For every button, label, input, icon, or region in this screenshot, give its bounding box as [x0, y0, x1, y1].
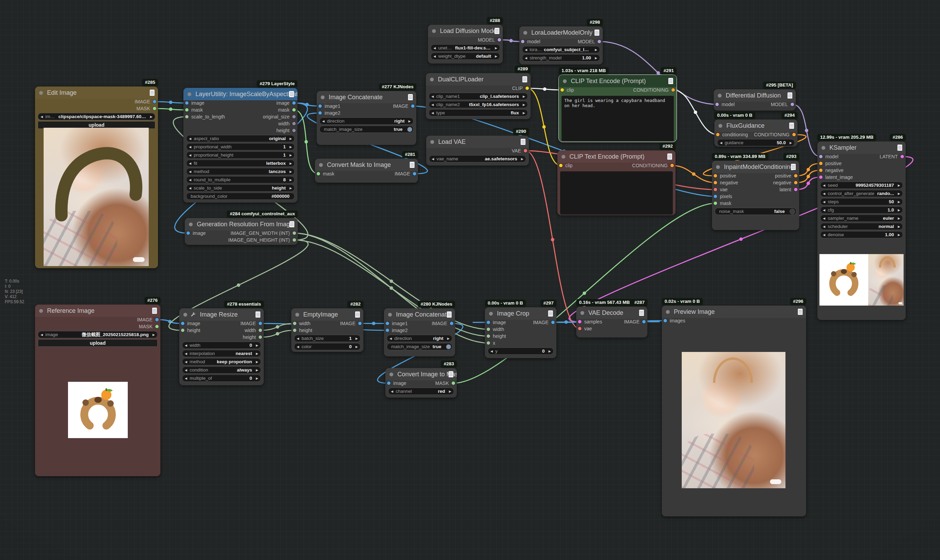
increment-arrow-icon[interactable]: ▶ [895, 217, 903, 220]
increment-arrow-icon[interactable]: ▶ [287, 154, 294, 157]
node-reference-image[interactable]: Reference ImageIMAGEMASK◀image微信截图_20250… [35, 305, 160, 476]
widget-sampler-name[interactable]: ◀sampler_nameeuler▶ [820, 215, 903, 222]
decrement-arrow-icon[interactable]: ◀ [320, 120, 327, 123]
input-port-mask[interactable]: mask [317, 171, 334, 177]
node-graph-canvas[interactable]: Edit ImageIMAGEMASK◀imageclipspace/clips… [0, 0, 940, 560]
document-icon[interactable] [798, 309, 803, 315]
collapse-dot-icon[interactable] [430, 78, 434, 82]
node-header[interactable]: Edit Image [35, 86, 158, 99]
document-icon[interactable] [255, 311, 260, 318]
link-midpoint-dot[interactable] [807, 182, 810, 185]
port-dot[interactable] [292, 108, 296, 112]
increment-arrow-icon[interactable]: ▶ [492, 55, 500, 58]
node-image-resize[interactable]: Image ResizeimageheightIMAGEwidthheight◀… [179, 308, 264, 385]
output-port-positive[interactable]: positive [775, 173, 797, 179]
input-port-vae[interactable]: vae [714, 186, 728, 192]
increment-arrow-icon[interactable]: ▶ [520, 111, 528, 115]
document-icon[interactable] [408, 94, 413, 100]
output-port-mask[interactable]: MASK [139, 323, 158, 329]
port-dot[interactable] [715, 103, 719, 106]
port-dot[interactable] [551, 321, 555, 324]
decrement-arrow-icon[interactable]: ◀ [820, 233, 828, 237]
widget-cfg[interactable]: ◀cfg1.0▶ [820, 206, 903, 214]
node-header[interactable]: LoraLoaderModelOnly [519, 26, 603, 39]
decrement-arrow-icon[interactable]: ◀ [820, 200, 828, 204]
output-port-negative[interactable]: negative [773, 180, 797, 186]
port-dot[interactable] [671, 164, 674, 167]
port-dot[interactable] [794, 181, 797, 185]
decrement-arrow-icon[interactable]: ◀ [387, 337, 394, 340]
port-dot[interactable] [578, 327, 582, 330]
collapse-dot-icon[interactable] [580, 311, 584, 315]
input-port-scale-to-length[interactable]: scale_to_length [185, 114, 225, 120]
node-edit-image[interactable]: Edit ImageIMAGEMASK◀imageclipspace/clips… [35, 86, 158, 268]
port-dot[interactable] [292, 101, 296, 105]
output-port-width[interactable]: width [245, 327, 262, 333]
port-dot[interactable] [153, 100, 156, 103]
input-port-images[interactable]: images [663, 318, 685, 324]
output-port-image[interactable]: image [277, 100, 296, 106]
port-dot[interactable] [794, 188, 797, 191]
port-dot[interactable] [186, 231, 190, 235]
widget-image[interactable]: ◀image微信截图_20250215225818.png▶ [38, 331, 158, 338]
port-dot[interactable] [578, 320, 582, 323]
document-icon[interactable] [789, 123, 794, 129]
collapse-dot-icon[interactable] [188, 92, 191, 96]
port-dot[interactable] [487, 334, 490, 338]
output-port-image[interactable]: IMAGE [137, 317, 158, 323]
input-port-positive[interactable]: positive [819, 160, 842, 166]
output-port-mask[interactable]: mask [278, 107, 296, 113]
port-dot[interactable] [792, 133, 796, 136]
port-dot[interactable] [318, 105, 322, 108]
output-port-image[interactable]: IMAGE [432, 320, 453, 326]
input-port-height[interactable]: height [181, 327, 200, 333]
output-port-conditioning[interactable]: CONDITIONING [632, 162, 674, 169]
output-port-image-gen-height-int[interactable]: IMAGE_GEN_HEIGHT (INT) [228, 237, 296, 243]
node-convert-image-to-mask[interactable]: Convert Image to MaskimageMASK◀channelre… [385, 368, 457, 398]
widget-strength-model[interactable]: ◀strength_model1.00▶ [522, 54, 600, 62]
increment-arrow-icon[interactable]: ▶ [492, 46, 500, 50]
node-inpaintmodelconditioning[interactable]: InpaintModelConditioningpositivenegative… [712, 161, 799, 230]
port-dot[interactable] [819, 155, 823, 158]
node-image-crop[interactable]: Image CropimagewidthheightxIMAGE◀y0▶ [485, 307, 556, 358]
node-ksampler[interactable]: KSamplermodelpositivenegativelatent_imag… [817, 142, 906, 320]
output-port-height[interactable]: height [277, 128, 296, 134]
link-midpoint-dot[interactable] [305, 140, 308, 143]
document-icon[interactable] [355, 311, 360, 318]
output-port-conditioning[interactable]: CONDITIONING [633, 87, 675, 93]
port-dot[interactable] [819, 175, 823, 179]
node-load-vae[interactable]: Load VAEVAE◀vae_nameae.safetensors▶ [426, 135, 529, 166]
decrement-arrow-icon[interactable]: ◀ [38, 333, 45, 337]
widget-interpolation[interactable]: ◀interpolationnearest▶ [182, 350, 261, 357]
port-dot[interactable] [293, 322, 296, 325]
decrement-arrow-icon[interactable]: ◀ [186, 162, 194, 165]
input-port-image1[interactable]: image1 [386, 320, 408, 326]
port-dot[interactable] [560, 88, 564, 92]
input-port-negative[interactable]: negative [714, 180, 738, 186]
document-icon[interactable] [289, 91, 294, 97]
port-dot[interactable] [525, 86, 529, 90]
decrement-arrow-icon[interactable]: ◀ [431, 46, 438, 50]
port-dot[interactable] [155, 318, 158, 322]
collapse-dot-icon[interactable] [389, 372, 393, 376]
decrement-arrow-icon[interactable]: ◀ [186, 145, 194, 149]
port-dot[interactable] [258, 322, 262, 325]
increment-arrow-icon[interactable]: ▶ [445, 337, 452, 340]
widget-steps[interactable]: ◀steps50▶ [820, 198, 903, 205]
widget-proportional-width[interactable]: ◀proportional_width1▶ [186, 143, 295, 151]
node-header[interactable]: CLIP Text Encode (Prompt) [559, 75, 677, 87]
port-dot[interactable] [185, 108, 189, 112]
input-port-model[interactable]: model [521, 38, 540, 45]
document-icon[interactable] [594, 29, 599, 36]
link-midpoint-dot[interactable] [276, 325, 279, 329]
document-icon[interactable] [548, 311, 553, 317]
widget-round-to-multiple[interactable]: ◀round_to_multiple8▶ [186, 176, 295, 183]
widget-batch-size[interactable]: ◀batch_size1▶ [294, 335, 361, 342]
port-dot[interactable] [900, 155, 904, 158]
widget-noise-mask[interactable]: noise_maskfalse [715, 208, 797, 215]
increment-arrow-icon[interactable]: ▶ [592, 48, 600, 51]
output-port-image-gen-width-int[interactable]: IMAGE_GEN_WIDTH (INT) [231, 230, 296, 236]
widget-method[interactable]: ◀methodlanczos▶ [186, 168, 295, 175]
input-port-samples[interactable]: samples [578, 318, 602, 325]
link-midpoint-dot[interactable] [805, 129, 808, 132]
